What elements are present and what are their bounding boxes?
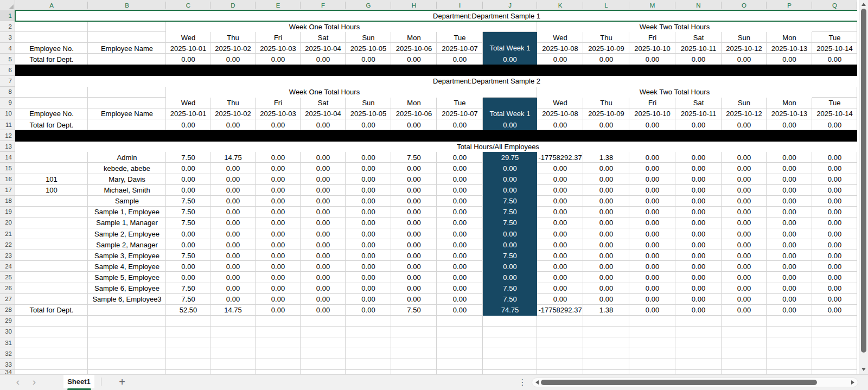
cell-N25[interactable]: 0.00 [675, 272, 722, 283]
cell-C17[interactable]: 0.00 [166, 185, 210, 196]
row-header-27[interactable]: 27 [0, 294, 15, 305]
cell-N20[interactable]: 0.00 [675, 218, 722, 228]
row-header-10[interactable]: 10 [0, 108, 15, 119]
scroll-left-arrow-icon[interactable] [535, 380, 539, 385]
cell-G4[interactable]: 2025-10-05 [346, 43, 391, 54]
cell-K10[interactable]: 2025-10-08 [537, 108, 583, 119]
cell-E17[interactable]: 0.00 [256, 185, 301, 196]
cell-J3-total-week1-header[interactable]: Total Week 1 [483, 32, 537, 54]
cell-K4[interactable]: 2025-10-08 [537, 43, 583, 54]
cell-L4[interactable]: 2025-10-09 [583, 43, 629, 54]
cell-J22[interactable]: 0.00 [483, 239, 537, 250]
cell-H19[interactable]: 0.00 [391, 207, 437, 218]
cell-O14[interactable]: 0.00 [722, 152, 767, 163]
cell-P4[interactable]: 2025-10-13 [767, 43, 812, 54]
cell-H9[interactable]: Mon [391, 98, 437, 108]
cell-Q20[interactable]: 0.00 [812, 218, 857, 228]
cell-J20[interactable]: 7.50 [483, 218, 537, 228]
cell-D10[interactable]: 2025-10-02 [210, 108, 256, 119]
cell-K3[interactable]: Wed [537, 32, 583, 43]
cell-B15[interactable]: kebede, abebe [88, 163, 166, 174]
horizontal-scroll-thumb[interactable] [541, 380, 817, 385]
cell-B23[interactable]: Sample 3, Employee [88, 250, 166, 261]
cell-O23[interactable]: 0.00 [722, 250, 767, 261]
cell-L25[interactable]: 0.00 [583, 272, 629, 283]
cell-P21[interactable]: 0.00 [767, 228, 812, 239]
add-sheet-button[interactable]: + [116, 375, 129, 389]
cell-P5[interactable]: 0.00 [767, 54, 812, 65]
cell-O5[interactable]: 0.00 [722, 54, 767, 65]
cell-C15[interactable]: 0.00 [166, 163, 210, 174]
cell-K22[interactable]: 0.00 [537, 239, 583, 250]
cell-D27[interactable]: 0.00 [210, 294, 256, 305]
cell-I26[interactable]: 0.00 [437, 283, 483, 294]
cell-C10[interactable]: 2025-10-01 [166, 108, 210, 119]
cell-O19[interactable]: 0.00 [722, 207, 767, 218]
cell-M15[interactable]: 0.00 [629, 163, 675, 174]
cell-L22[interactable]: 0.00 [583, 239, 629, 250]
cell-C14[interactable]: 7.50 [166, 152, 210, 163]
cell-N5[interactable]: 0.00 [675, 54, 722, 65]
cell-E10[interactable]: 2025-10-03 [256, 108, 301, 119]
cell-F15[interactable]: 0.00 [301, 163, 346, 174]
cell-J19[interactable]: 7.50 [483, 207, 537, 218]
column-header-H[interactable]: H [391, 0, 437, 10]
column-header-K[interactable]: K [537, 0, 583, 10]
cell-G9[interactable]: Sun [346, 98, 391, 108]
cell-F26[interactable]: 0.00 [301, 283, 346, 294]
cell-N22[interactable]: 0.00 [675, 239, 722, 250]
cell-D3[interactable]: Thu [210, 32, 256, 43]
cell-H20[interactable]: 0.00 [391, 218, 437, 228]
cell-H5[interactable]: 0.00 [391, 54, 437, 65]
cell-G17[interactable]: 0.00 [346, 185, 391, 196]
cell-E21[interactable]: 0.00 [256, 228, 301, 239]
cell-K27[interactable]: 0.00 [537, 294, 583, 305]
cell-M27[interactable]: 0.00 [629, 294, 675, 305]
cell-M3[interactable]: Fri [629, 32, 675, 43]
cell-H22[interactable]: 0.00 [391, 239, 437, 250]
cell-O17[interactable]: 0.00 [722, 185, 767, 196]
cell-L15[interactable]: 0.00 [583, 163, 629, 174]
cell-H28[interactable]: 7.50 [391, 305, 437, 316]
cell-N21[interactable]: 0.00 [675, 228, 722, 239]
cell-L11[interactable]: 0.00 [583, 119, 629, 130]
row-header-11[interactable]: 11 [0, 119, 15, 130]
cell-F10[interactable]: 2025-10-04 [301, 108, 346, 119]
cell-week2-header-row2[interactable]: Week Two Total Hours [537, 21, 812, 32]
cell-N19[interactable]: 0.00 [675, 207, 722, 218]
scroll-right-arrow-icon[interactable] [851, 380, 854, 385]
row-header-19[interactable]: 19 [0, 207, 15, 218]
cell-I22[interactable]: 0.00 [437, 239, 483, 250]
cell-O22[interactable]: 0.00 [722, 239, 767, 250]
cell-A16[interactable]: 101 [15, 174, 88, 185]
cell-I23[interactable]: 0.00 [437, 250, 483, 261]
cell-P3[interactable]: Mon [767, 32, 812, 43]
cell-A10[interactable]: Employee No. [15, 108, 88, 119]
cell-E15[interactable]: 0.00 [256, 163, 301, 174]
cell-B20[interactable]: Sample 1, Manager [88, 218, 166, 228]
cell-week2-header-row8[interactable]: Week Two Total Hours [537, 87, 812, 98]
cell-J14[interactable]: 29.75 [483, 152, 537, 163]
cell-G3[interactable]: Sun [346, 32, 391, 43]
cell-H15[interactable]: 0.00 [391, 163, 437, 174]
cell-M9[interactable]: Fri [629, 98, 675, 108]
cell-Q19[interactable]: 0.00 [812, 207, 857, 218]
column-header-A[interactable]: A [15, 0, 88, 10]
cell-F17[interactable]: 0.00 [301, 185, 346, 196]
row-header-6[interactable]: 6 [0, 65, 15, 76]
cell-M4[interactable]: 2025-10-10 [629, 43, 675, 54]
cell-N24[interactable]: 0.00 [675, 261, 722, 272]
cell-D20[interactable]: 0.00 [210, 218, 256, 228]
cell-K23[interactable]: 0.00 [537, 250, 583, 261]
cell-week1-header-row8[interactable]: Week One Total Hours [166, 87, 483, 98]
separator-row-6[interactable] [15, 65, 857, 76]
row-header-17[interactable]: 17 [0, 185, 15, 196]
cell-Q21[interactable]: 0.00 [812, 228, 857, 239]
cell-H3[interactable]: Mon [391, 32, 437, 43]
cell-Q4[interactable]: 2025-10-14 [812, 43, 857, 54]
cell-K16[interactable]: 0.00 [537, 174, 583, 185]
cell-F22[interactable]: 0.00 [301, 239, 346, 250]
cell-E18[interactable]: 0.00 [256, 196, 301, 207]
cell-C24[interactable]: 0.00 [166, 261, 210, 272]
cell-C19[interactable]: 7.50 [166, 207, 210, 218]
